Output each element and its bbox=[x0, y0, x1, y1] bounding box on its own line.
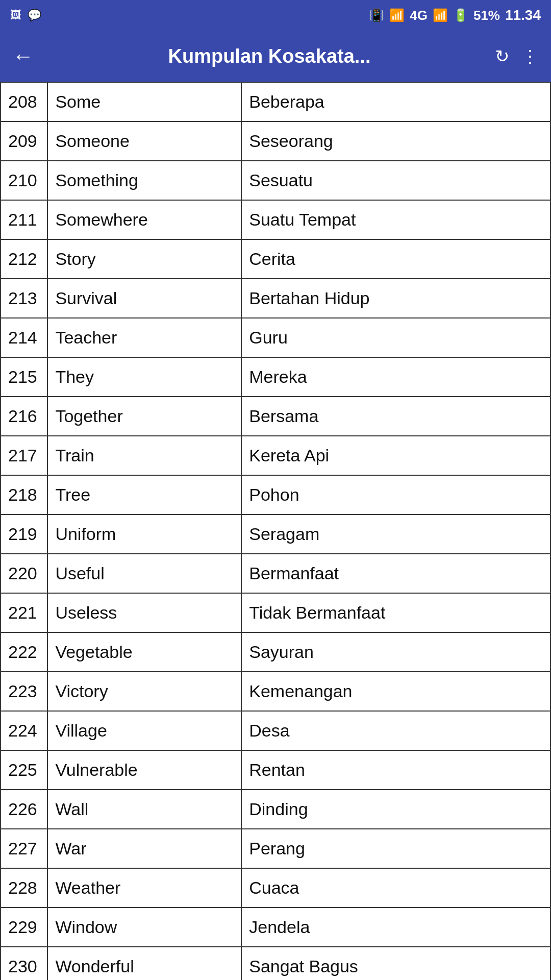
table-row: 228 Weather Cuaca bbox=[1, 868, 550, 908]
row-num: 213 bbox=[1, 279, 47, 318]
row-english: Weather bbox=[47, 868, 241, 908]
row-num: 220 bbox=[1, 554, 47, 593]
table-row: 215 They Mereka bbox=[1, 357, 550, 397]
row-num: 221 bbox=[1, 593, 47, 632]
app-bar: ← Kumpulan Kosakata... ↻ ⋮ bbox=[0, 31, 551, 82]
row-num: 210 bbox=[1, 161, 47, 200]
table-row: 219 Uniform Seragam bbox=[1, 514, 550, 554]
table-row: 226 Wall Dinding bbox=[1, 790, 550, 829]
row-num: 229 bbox=[1, 908, 47, 947]
row-indonesian: Rentan bbox=[241, 750, 550, 790]
row-num: 226 bbox=[1, 790, 47, 829]
row-english: Story bbox=[47, 239, 241, 279]
gallery-icon: 🖼 bbox=[10, 9, 21, 22]
row-indonesian: Cuaca bbox=[241, 868, 550, 908]
table-row: 214 Teacher Guru bbox=[1, 318, 550, 357]
row-num: 216 bbox=[1, 397, 47, 436]
table-row: 222 Vegetable Sayuran bbox=[1, 632, 550, 672]
table-row: 218 Tree Pohon bbox=[1, 475, 550, 514]
chat-icon: 💬 bbox=[28, 9, 41, 22]
row-english: Uniform bbox=[47, 514, 241, 554]
row-num: 225 bbox=[1, 750, 47, 790]
status-bar: 🖼 💬 📳 📶 4G 📶 🔋 51% 11.34 bbox=[0, 0, 551, 31]
row-indonesian: Kereta Api bbox=[241, 436, 550, 475]
row-num: 230 bbox=[1, 947, 47, 980]
row-indonesian: Sayuran bbox=[241, 632, 550, 672]
row-english: Together bbox=[47, 397, 241, 436]
row-indonesian: Dinding bbox=[241, 790, 550, 829]
row-num: 223 bbox=[1, 672, 47, 711]
row-num: 208 bbox=[1, 82, 47, 121]
row-indonesian: Beberapa bbox=[241, 82, 550, 121]
row-english: Wall bbox=[47, 790, 241, 829]
row-english: Wonderful bbox=[47, 947, 241, 980]
battery-label: 51% bbox=[473, 8, 500, 23]
row-num: 215 bbox=[1, 357, 47, 397]
row-english: Survival bbox=[47, 279, 241, 318]
row-indonesian: Tidak Bermanfaat bbox=[241, 593, 550, 632]
table-row: 217 Train Kereta Api bbox=[1, 436, 550, 475]
row-english: Useful bbox=[47, 554, 241, 593]
row-english: Someone bbox=[47, 121, 241, 161]
row-indonesian: Bertahan Hidup bbox=[241, 279, 550, 318]
row-english: Some bbox=[47, 82, 241, 121]
row-num: 212 bbox=[1, 239, 47, 279]
row-indonesian: Pohon bbox=[241, 475, 550, 514]
status-bar-right: 📳 📶 4G 📶 🔋 51% 11.34 bbox=[369, 7, 541, 23]
row-num: 227 bbox=[1, 829, 47, 868]
row-num: 222 bbox=[1, 632, 47, 672]
back-button[interactable]: ← bbox=[12, 44, 34, 68]
row-english: Something bbox=[47, 161, 241, 200]
row-english: Useless bbox=[47, 593, 241, 632]
row-num: 211 bbox=[1, 200, 47, 239]
row-indonesian: Guru bbox=[241, 318, 550, 357]
table-row: 209 Someone Seseorang bbox=[1, 121, 550, 161]
row-english: Window bbox=[47, 908, 241, 947]
row-english: Tree bbox=[47, 475, 241, 514]
signal-icon: 📶 bbox=[433, 8, 448, 22]
row-english: Somewhere bbox=[47, 200, 241, 239]
table-row: 208 Some Beberapa bbox=[1, 82, 550, 121]
table-row: 227 War Perang bbox=[1, 829, 550, 868]
app-bar-actions: ↻ ⋮ bbox=[495, 46, 539, 66]
row-indonesian: Sangat Bagus bbox=[241, 947, 550, 980]
row-indonesian: Bersama bbox=[241, 397, 550, 436]
row-english: Victory bbox=[47, 672, 241, 711]
row-num: 217 bbox=[1, 436, 47, 475]
row-num: 214 bbox=[1, 318, 47, 357]
row-num: 228 bbox=[1, 868, 47, 908]
vocab-table: 208 Some Beberapa 209 Someone Seseorang … bbox=[0, 82, 551, 980]
row-english: Vulnerable bbox=[47, 750, 241, 790]
table-row: 230 Wonderful Sangat Bagus bbox=[1, 947, 550, 980]
row-english: They bbox=[47, 357, 241, 397]
app-bar-title: Kumpulan Kosakata... bbox=[44, 45, 495, 67]
row-num: 224 bbox=[1, 711, 47, 750]
more-button[interactable]: ⋮ bbox=[521, 46, 539, 66]
row-indonesian: Mereka bbox=[241, 357, 550, 397]
row-indonesian: Cerita bbox=[241, 239, 550, 279]
table-row: 213 Survival Bertahan Hidup bbox=[1, 279, 550, 318]
row-english: Teacher bbox=[47, 318, 241, 357]
row-indonesian: Sesuatu bbox=[241, 161, 550, 200]
table-row: 211 Somewhere Suatu Tempat bbox=[1, 200, 550, 239]
time-label: 11.34 bbox=[505, 7, 541, 23]
row-num: 209 bbox=[1, 121, 47, 161]
wifi-icon: 📶 bbox=[389, 8, 405, 22]
table-row: 212 Story Cerita bbox=[1, 239, 550, 279]
row-indonesian: Seseorang bbox=[241, 121, 550, 161]
table-row: 216 Together Bersama bbox=[1, 397, 550, 436]
refresh-button[interactable]: ↻ bbox=[495, 46, 509, 66]
table-row: 223 Victory Kemenangan bbox=[1, 672, 550, 711]
row-num: 219 bbox=[1, 514, 47, 554]
row-indonesian: Suatu Tempat bbox=[241, 200, 550, 239]
table-row: 229 Window Jendela bbox=[1, 908, 550, 947]
row-english: War bbox=[47, 829, 241, 868]
table-row: 221 Useless Tidak Bermanfaat bbox=[1, 593, 550, 632]
row-indonesian: Perang bbox=[241, 829, 550, 868]
battery-icon: 🔋 bbox=[453, 8, 468, 22]
row-num: 218 bbox=[1, 475, 47, 514]
row-english: Village bbox=[47, 711, 241, 750]
row-english: Vegetable bbox=[47, 632, 241, 672]
signal-label: 4G bbox=[410, 8, 428, 23]
row-indonesian: Kemenangan bbox=[241, 672, 550, 711]
